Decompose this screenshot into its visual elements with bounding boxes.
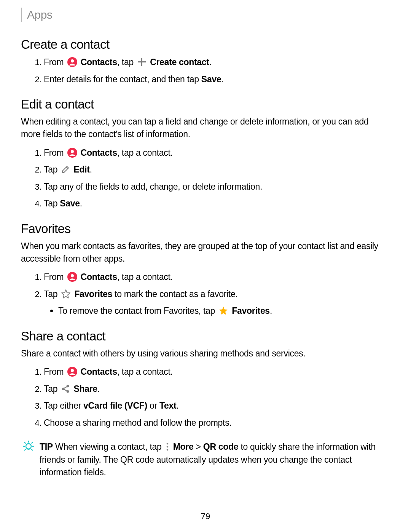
text-format-label: Text: [159, 401, 176, 411]
plus-icon: [137, 57, 147, 67]
header-title: Apps: [27, 8, 52, 21]
share-icon: [61, 384, 70, 393]
save-label: Save: [60, 198, 80, 208]
create-contact-label: Create contact: [150, 57, 209, 67]
page-number: 79: [0, 511, 411, 521]
edit-step-2: Tap Edit.: [44, 163, 390, 176]
create-steps: From Contacts, tap Create contact. Enter…: [21, 56, 390, 86]
text: Tap either: [44, 401, 83, 411]
text: or: [147, 401, 159, 411]
tip-label: TIP: [40, 442, 53, 452]
document-page: Apps Create a contact From Contacts, tap…: [0, 0, 411, 479]
qr-code-label: QR code: [203, 442, 238, 452]
tip-lightbulb-icon: [23, 441, 34, 452]
tip-callout: TIP When viewing a contact, tap More > Q…: [21, 441, 390, 479]
favorites-intro: When you mark contacts as favorites, the…: [21, 240, 390, 265]
favorites-steps: From Contacts, tap a contact. Tap Favori…: [21, 270, 390, 318]
text: .: [221, 74, 223, 84]
section-share-title: Share a contact: [21, 329, 390, 343]
more-icon: [165, 443, 170, 451]
share-intro: Share a contact with others by using var…: [21, 347, 390, 360]
text: .: [270, 306, 272, 316]
text: To remove the contact from Favorites, ta…: [58, 306, 215, 316]
text: to mark the contact as a favorite.: [112, 289, 238, 299]
edit-step-4: Tap Save.: [44, 197, 390, 210]
text: Tap: [44, 289, 57, 299]
contacts-icon: [67, 148, 77, 158]
text: .: [176, 401, 178, 411]
text: , tap a contact.: [117, 148, 173, 158]
save-label: Save: [201, 74, 221, 84]
contacts-icon: [67, 367, 77, 377]
share-step-4: Choose a sharing method and follow the p…: [44, 416, 390, 430]
share-step-3: Tap either vCard file (VCF) or Text.: [44, 399, 390, 412]
edit-intro: When editing a contact, you can tap a fi…: [21, 115, 390, 141]
share-label: Share: [73, 384, 97, 394]
section-favorites-title: Favorites: [21, 222, 390, 236]
text: , tap a contact.: [117, 272, 173, 282]
contacts-label: Contacts: [81, 57, 117, 67]
contacts-label: Contacts: [81, 272, 117, 282]
text: When viewing a contact, tap: [53, 442, 162, 452]
text: Tap: [44, 165, 57, 174]
text: .: [90, 165, 92, 174]
text: Enter details for the contact, and then …: [44, 74, 201, 84]
text: Tap: [44, 384, 57, 394]
vcard-label: vCard file (VCF): [83, 401, 147, 411]
header-rule: [21, 8, 22, 22]
text: From: [44, 57, 64, 67]
favorites-label: Favorites: [74, 289, 112, 299]
more-label: More: [173, 442, 194, 452]
favorites-label: Favorites: [232, 306, 270, 316]
contacts-label: Contacts: [81, 367, 117, 377]
text: .: [80, 198, 82, 208]
create-step-2: Enter details for the contact, and then …: [44, 73, 390, 86]
text: .: [209, 57, 212, 67]
text: .: [97, 384, 100, 394]
favorites-substep: To remove the contact from Favorites, ta…: [58, 304, 390, 318]
text: , tap a contact.: [117, 367, 173, 377]
section-edit-title: Edit a contact: [21, 97, 390, 112]
text: Tap: [44, 198, 60, 208]
create-step-1: From Contacts, tap Create contact.: [44, 56, 390, 69]
text: >: [194, 442, 203, 452]
contacts-icon: [67, 57, 77, 67]
favorites-substeps: To remove the contact from Favorites, ta…: [44, 304, 390, 318]
contacts-label: Contacts: [81, 148, 117, 158]
share-steps: From Contacts, tap a contact. Tap Share.…: [21, 365, 390, 429]
pencil-icon: [61, 165, 70, 174]
star-fill-icon: [218, 306, 228, 316]
favorites-step-2: Tap Favorites to mark the contact as a f…: [44, 288, 390, 318]
text: , tap: [117, 57, 134, 67]
text: From: [44, 148, 64, 158]
section-create-title: Create a contact: [21, 37, 390, 52]
contacts-icon: [67, 272, 77, 282]
page-header: Apps: [21, 8, 390, 22]
edit-steps: From Contacts, tap a contact. Tap Edit. …: [21, 146, 390, 210]
share-step-2: Tap Share.: [44, 382, 390, 396]
tip-text: TIP When viewing a contact, tap More > Q…: [40, 441, 390, 479]
edit-label: Edit: [73, 165, 89, 174]
favorites-step-1: From Contacts, tap a contact.: [44, 270, 390, 284]
edit-step-3: Tap any of the fields to add, change, or…: [44, 180, 390, 193]
share-step-1: From Contacts, tap a contact.: [44, 365, 390, 379]
edit-step-1: From Contacts, tap a contact.: [44, 146, 390, 160]
text: From: [44, 367, 64, 377]
star-outline-icon: [61, 289, 71, 299]
text: From: [44, 272, 64, 282]
